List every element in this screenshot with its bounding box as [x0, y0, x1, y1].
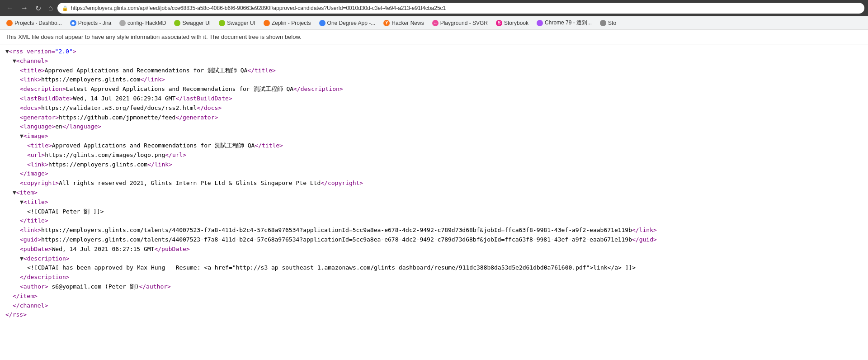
bookmark-label-2: Projects - Jira [78, 20, 111, 26]
bookmark-sto[interactable]: Sto [596, 18, 620, 28]
bookmark-label-11: Chrome 79 - 遷到... [545, 19, 592, 27]
xml-line-copyright: <copyright>All rights reserved 2021, Gli… [5, 179, 863, 188]
xml-line-description-open: ▼<description> [5, 254, 863, 264]
xml-line-description1: <description>Latest Approved Application… [5, 85, 863, 94]
xml-line-description-close: </description> [5, 273, 863, 282]
bookmark-icon-2: ◆ [70, 20, 76, 26]
xml-line-generator: <generator>https://github.com/jpmonette/… [5, 113, 863, 123]
xml-line-image-url: <url>https://glints.com/images/logo.png<… [5, 151, 863, 160]
bookmark-icon-10: S [496, 20, 502, 26]
collapse-description[interactable]: ▼ [20, 255, 24, 262]
url-text: https://employers.glints.com/api/feed/jo… [71, 5, 446, 11]
bookmark-label-6: Zeplin - Projects [272, 20, 311, 26]
xml-line-item-guid: <guid>https://employers.glints.com/talen… [5, 235, 863, 245]
info-message: This XML file does not appear to have an… [5, 33, 302, 40]
bookmark-label-12: Sto [608, 20, 616, 26]
xml-line-cdata-description: <![CDATA[ has been approved by Max Hung … [5, 263, 863, 273]
bookmark-icon-12 [600, 20, 606, 26]
bookmark-icon-6 [264, 20, 270, 26]
bookmark-projects-dashboard[interactable]: Projects · Dashbo... [3, 18, 66, 28]
xml-line-item-open: ▼<item> [5, 188, 863, 198]
bookmark-icon-7 [319, 20, 326, 26]
collapse-image[interactable]: ▼ [20, 133, 24, 139]
xml-line-channel-close: </channel> [5, 301, 863, 311]
collapse-item-title[interactable]: ▼ [20, 199, 24, 205]
collapse-channel[interactable]: ▼ [13, 57, 16, 64]
xml-line-lastbuilddate: <lastBuildDate>Wed, 14 Jul 2021 06:29:34… [5, 94, 863, 104]
xml-line-author: <author> s6@yopmail.com (Peter 劉)</autho… [5, 282, 863, 292]
bookmark-playground-svgr[interactable]: ↔ Playground - SVGR [429, 18, 491, 28]
bookmarks-bar: Projects · Dashbo... ◆ Projects - Jira c… [0, 16, 868, 30]
xml-line-language: <language>en</language> [5, 122, 863, 132]
xml-line-image-title: <title>Approved Applications and Recomme… [5, 141, 863, 151]
xml-line-image-link: <link>https://employers.glints.com</link… [5, 160, 863, 170]
xml-line-pubdate: <pubDate>Wed, 14 Jul 2021 06:27:15 GMT</… [5, 245, 863, 254]
xml-line-cdata-peter: <![CDATA[ Peter 劉 ]]> [5, 207, 863, 217]
xml-line-channel-open: ▼<channel> [5, 57, 863, 66]
xml-line-link1: <link>https://employers.glints.com</link… [5, 75, 863, 85]
bookmark-icon-9: ↔ [432, 20, 439, 26]
bookmark-swagger-2[interactable]: Swagger UI [215, 18, 259, 28]
bookmark-label-9: Playground - SVGR [440, 20, 488, 26]
bookmark-icon-3 [119, 20, 126, 26]
xml-line-image-open: ▼<image> [5, 132, 863, 141]
bookmark-label-1: Projects · Dashbo... [14, 20, 62, 26]
forward-button[interactable]: → [18, 3, 31, 13]
bookmark-icon-8: Y [383, 20, 390, 26]
xml-content: ▼<rss version="2.0"> ▼<channel> <title>A… [0, 44, 868, 322]
xml-line-title1: <title>Approved Applications and Recomme… [5, 66, 863, 76]
bookmark-one-degree[interactable]: One Degree App -... [316, 18, 379, 28]
xml-line-rss-close: </rss> [5, 310, 863, 320]
bookmark-storybook[interactable]: S Storybook [492, 18, 532, 28]
bookmark-zeplin[interactable]: Zeplin - Projects [260, 18, 315, 28]
xml-line-rss-open: ▼<rss version="2.0"> [5, 47, 863, 57]
bookmark-icon-1 [6, 20, 13, 26]
bookmark-chrome79[interactable]: Chrome 79 - 遷到... [533, 18, 595, 28]
bookmark-label-7: One Degree App -... [327, 20, 376, 26]
lock-icon: 🔒 [62, 5, 68, 11]
bookmark-label-3: config- HackMD [127, 20, 166, 26]
back-button[interactable]: ← [4, 3, 16, 13]
xml-line-item-close: </item> [5, 292, 863, 301]
info-bar: This XML file does not appear to have an… [0, 30, 868, 44]
address-bar[interactable]: 🔒 https://employers.glints.com/api/feed/… [57, 3, 864, 14]
xml-line-image-close: </image> [5, 169, 863, 179]
collapse-rss[interactable]: ▼ [5, 48, 9, 55]
bookmark-projects-jira[interactable]: ◆ Projects - Jira [66, 18, 115, 28]
bookmark-icon-5 [219, 20, 225, 26]
xml-line-item-link: <link>https://employers.glints.com/talen… [5, 226, 863, 235]
bookmark-hacker-news[interactable]: Y Hacker News [380, 18, 427, 28]
bookmark-icon-4 [174, 20, 180, 26]
xml-line-item-title-close: </title> [5, 216, 863, 226]
bookmark-config-hackmd[interactable]: config- HackMD [116, 18, 170, 28]
bookmark-label-5: Swagger UI [227, 20, 255, 26]
bookmark-swagger-1[interactable]: Swagger UI [170, 18, 214, 28]
collapse-item[interactable]: ▼ [13, 189, 16, 196]
home-button[interactable]: ⌂ [46, 3, 56, 13]
bookmark-label-8: Hacker News [392, 20, 424, 26]
nav-bar: ← → ↻ ⌂ 🔒 https://employers.glints.com/a… [0, 0, 868, 16]
xml-line-docs: <docs>https://validator.w3.org/feed/docs… [5, 104, 863, 113]
reload-button[interactable]: ↻ [33, 3, 44, 14]
bookmark-icon-11 [537, 20, 543, 26]
bookmark-label-10: Storybook [504, 20, 528, 26]
bookmark-label-4: Swagger UI [182, 20, 211, 26]
xml-line-item-title-open: ▼<title> [5, 198, 863, 207]
